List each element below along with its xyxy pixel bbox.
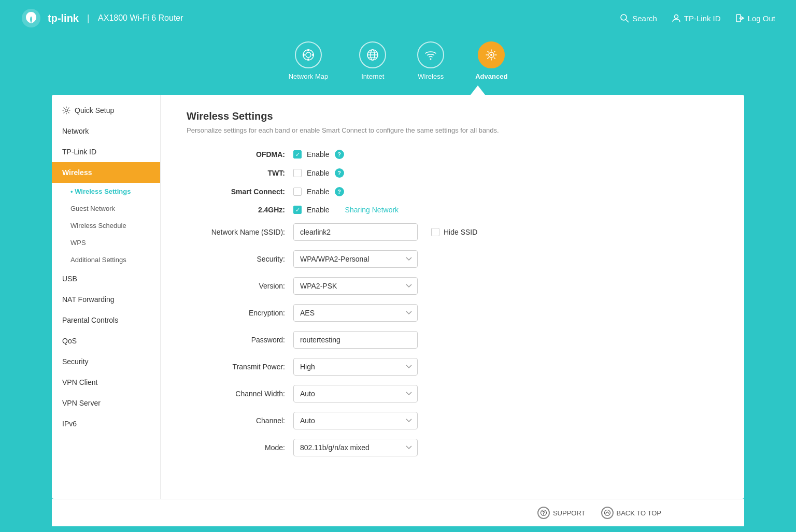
ofdma-control: Enable ? xyxy=(293,150,718,159)
support-label: SUPPORT xyxy=(553,509,586,517)
svg-point-12 xyxy=(312,54,314,56)
wireless-icon-circle xyxy=(417,41,444,68)
internet-icon-circle xyxy=(359,41,386,68)
transmit-power-select[interactable]: High Medium Low xyxy=(293,358,418,376)
sidebar-item-network-label: Network xyxy=(62,127,89,135)
wireless-icon xyxy=(423,48,438,62)
sidebar-item-network[interactable]: Network xyxy=(52,121,160,141)
encryption-control: AES TKIP Auto xyxy=(293,304,718,322)
sidebar-item-security[interactable]: Security xyxy=(52,351,160,372)
sidebar-item-qos-label: QoS xyxy=(62,337,77,345)
sidebar-sub-wps[interactable]: WPS xyxy=(52,234,160,251)
channel-width-select[interactable]: Auto 20MHz 40MHz xyxy=(293,385,418,402)
password-input[interactable] xyxy=(293,331,418,349)
sidebar-sub-wireless-schedule[interactable]: Wireless Schedule xyxy=(52,217,160,234)
sidebar-item-wireless[interactable]: Wireless xyxy=(52,162,160,183)
sidebar-item-usb[interactable]: USB xyxy=(52,268,160,289)
tab-internet[interactable]: Internet xyxy=(359,41,386,85)
sidebar-sub-wireless-schedule-label: Wireless Schedule xyxy=(70,222,126,229)
ssid-input[interactable] xyxy=(293,223,418,241)
sidebar-item-vpn-server[interactable]: VPN Server xyxy=(52,393,160,413)
back-to-top-icon xyxy=(601,507,614,519)
security-select[interactable]: WPA/WPA2-Personal WPA2-Personal WPA3-Per… xyxy=(293,250,418,268)
nav-pointer xyxy=(0,85,796,95)
logo-divider: | xyxy=(87,13,90,24)
mode-control: 802.11b/g/n/ax mixed 802.11b/g/n mixed 8… xyxy=(293,439,718,456)
ofdma-help-icon[interactable]: ? xyxy=(335,150,344,159)
search-button[interactable]: Search xyxy=(620,13,657,23)
page-title: Wireless Settings xyxy=(187,110,718,122)
sidebar-sub-wireless-settings[interactable]: Wireless Settings xyxy=(52,183,160,200)
header-right: Search TP-Link ID Log Out xyxy=(620,13,775,23)
sidebar-sub-additional-settings-label: Additional Settings xyxy=(70,256,126,264)
svg-point-11 xyxy=(303,54,305,56)
band-24ghz-checkbox[interactable] xyxy=(293,206,302,214)
sidebar-item-quick-setup[interactable]: Quick Setup xyxy=(52,100,160,121)
channel-width-label: Channel Width: xyxy=(187,390,285,398)
version-select[interactable]: WPA2-PSK WPA-PSK Auto xyxy=(293,277,418,295)
logo-text: tp-link xyxy=(48,12,79,24)
tab-network-map[interactable]: Network Map xyxy=(289,41,329,85)
sidebar-item-tplink-id[interactable]: TP-Link ID xyxy=(52,141,160,162)
sidebar-item-quick-setup-label: Quick Setup xyxy=(75,106,114,114)
support-icon xyxy=(537,507,550,519)
sidebar-item-wireless-label: Wireless xyxy=(62,168,92,177)
sidebar-item-nat-forwarding[interactable]: NAT Forwarding xyxy=(52,289,160,310)
mode-select[interactable]: 802.11b/g/n/ax mixed 802.11b/g/n mixed 8… xyxy=(293,439,418,456)
security-row: Security: WPA/WPA2-Personal WPA2-Persona… xyxy=(187,250,718,268)
version-control: WPA2-PSK WPA-PSK Auto xyxy=(293,277,718,295)
nav-tabs: Network Map Internet Wireless xyxy=(0,36,796,85)
hide-ssid-label: Hide SSID xyxy=(444,228,477,236)
tplink-id-button[interactable]: TP-Link ID xyxy=(672,13,721,23)
sidebar-item-nat-forwarding-label: NAT Forwarding xyxy=(62,295,115,304)
ofdma-enable-text: Enable xyxy=(307,150,330,159)
sidebar-sub-wireless-settings-label: Wireless Settings xyxy=(75,188,131,195)
support-button[interactable]: SUPPORT xyxy=(537,507,586,519)
search-icon xyxy=(620,13,629,23)
ssid-label: Network Name (SSID): xyxy=(187,228,285,236)
twt-enable-text: Enable xyxy=(307,169,330,177)
sharing-network-link[interactable]: Sharing Network xyxy=(345,206,399,214)
account-icon xyxy=(672,13,681,23)
smart-connect-checkbox[interactable] xyxy=(293,188,302,196)
content-area: Wireless Settings Personalize settings f… xyxy=(161,95,744,499)
sidebar-item-parental-controls[interactable]: Parental Controls xyxy=(52,310,160,330)
channel-select[interactable]: Auto 1234 5678 91011 xyxy=(293,412,418,429)
smart-connect-enable-text: Enable xyxy=(307,188,330,196)
encryption-select[interactable]: AES TKIP Auto xyxy=(293,304,418,322)
tab-advanced-label: Advanced xyxy=(475,73,507,80)
transmit-power-control: High Medium Low xyxy=(293,358,718,376)
twt-checkbox[interactable] xyxy=(293,169,302,177)
advanced-icon xyxy=(484,48,499,62)
logout-button[interactable]: Log Out xyxy=(735,13,775,23)
advanced-icon-circle xyxy=(478,41,505,68)
twt-help-icon[interactable]: ? xyxy=(335,168,344,178)
hide-ssid-checkbox[interactable] xyxy=(431,228,439,236)
sidebar-sub-guest-network[interactable]: Guest Network xyxy=(52,200,160,217)
password-row: Password: xyxy=(187,331,718,349)
sidebar-item-qos[interactable]: QoS xyxy=(52,330,160,351)
smart-connect-help-icon[interactable]: ? xyxy=(335,187,344,196)
svg-point-23 xyxy=(543,514,544,514)
ofdma-checkbox[interactable] xyxy=(293,150,302,159)
sidebar-item-ipv6-label: IPv6 xyxy=(62,420,77,428)
smart-connect-label: Smart Connect: xyxy=(187,188,285,196)
sidebar-sub-additional-settings[interactable]: Additional Settings xyxy=(52,251,160,268)
tab-advanced[interactable]: Advanced xyxy=(475,41,507,85)
sidebar-item-ipv6[interactable]: IPv6 xyxy=(52,413,160,434)
internet-icon xyxy=(365,48,380,62)
back-to-top-button[interactable]: BACK TO TOP xyxy=(601,507,661,519)
svg-point-10 xyxy=(307,59,309,61)
channel-label: Channel: xyxy=(187,416,285,425)
sidebar-item-parental-controls-label: Parental Controls xyxy=(62,316,118,324)
tab-wireless-label: Wireless xyxy=(418,73,444,80)
tab-wireless[interactable]: Wireless xyxy=(417,41,444,85)
svg-point-4 xyxy=(674,15,678,19)
model-text: AX1800 Wi-Fi 6 Router xyxy=(98,13,183,23)
password-label: Password: xyxy=(187,336,285,344)
sidebar-sub-guest-network-label: Guest Network xyxy=(70,205,115,212)
channel-row: Channel: Auto 1234 5678 91011 xyxy=(187,412,718,429)
channel-width-row: Channel Width: Auto 20MHz 40MHz xyxy=(187,385,718,402)
sidebar-item-vpn-client[interactable]: VPN Client xyxy=(52,372,160,393)
mode-label: Mode: xyxy=(187,443,285,452)
